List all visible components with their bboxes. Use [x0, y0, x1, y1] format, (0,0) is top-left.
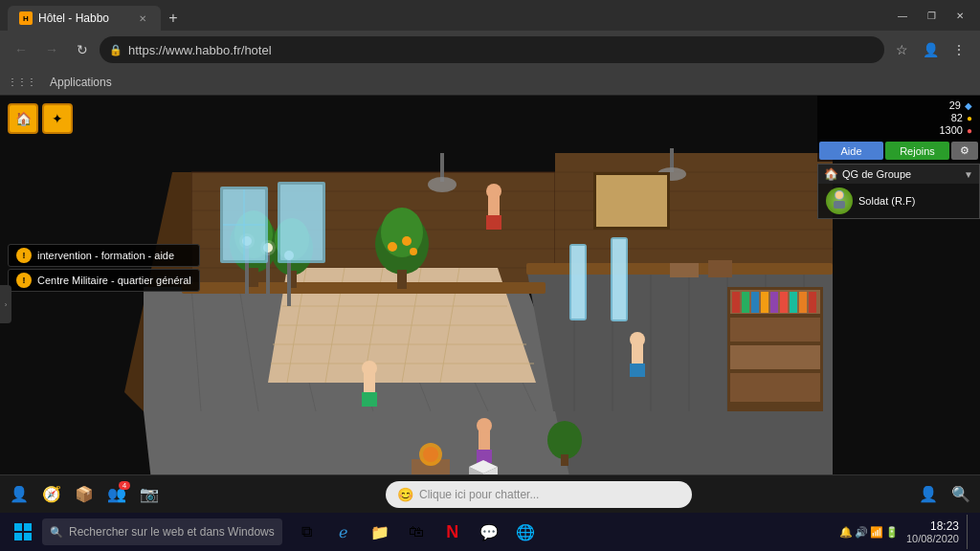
battery-icon[interactable]: 🔋	[885, 526, 899, 539]
room-label-2[interactable]: ! Centre Militaire - quartier général	[8, 269, 200, 292]
room-expand-button[interactable]: ✦	[42, 103, 73, 134]
habbo-icon[interactable]: 👤	[4, 479, 34, 510]
window-controls: — ❐ ✕	[890, 6, 972, 25]
svg-rect-114	[596, 175, 667, 227]
member-avatar	[826, 187, 853, 214]
task-view-icon[interactable]: ⧉	[290, 515, 324, 549]
win-sys-icons: 🔔 🔊 📶 🔋	[839, 526, 899, 539]
edge-icon[interactable]: ℯ	[326, 515, 361, 549]
emoji-button[interactable]: 😊	[397, 487, 413, 502]
svg-rect-121	[14, 523, 22, 531]
room-label-text-1: intervention - formation - aide	[37, 250, 174, 261]
netflix-icon[interactable]: N	[435, 515, 470, 549]
room-controls: 🏠 ✦	[8, 103, 73, 134]
active-tab[interactable]: H Hôtel - Habbo ✕	[8, 6, 161, 31]
discord-icon[interactable]: 💬	[472, 515, 506, 549]
tab-bar: H Hôtel - Habbo ✕ +	[8, 0, 890, 31]
maximize-button[interactable]: ❐	[919, 6, 944, 25]
menu-button[interactable]: ⋮	[946, 36, 972, 63]
game-container: 🏠 ✦ ! intervention - formation - aide ! …	[0, 96, 980, 513]
chrome-icon[interactable]: 🌐	[508, 515, 543, 549]
svg-rect-122	[24, 523, 32, 531]
back-button[interactable]: ←	[8, 36, 34, 63]
profile-button[interactable]: 👤	[917, 36, 944, 63]
settings-button[interactable]: ⚙	[951, 142, 978, 160]
svg-rect-48	[730, 318, 820, 342]
svg-rect-91	[612, 239, 626, 320]
svg-rect-124	[24, 533, 32, 540]
show-desktop-button[interactable]	[967, 515, 972, 549]
habbo-symbol: 👤	[10, 485, 29, 503]
windows-taskbar: 🔍 Rechercher sur le web et dans Windows …	[0, 513, 980, 551]
nav-actions: ☆ 👤 ⋮	[888, 36, 972, 63]
hud-action-buttons: Aide Rejoins ⚙	[817, 140, 980, 162]
chat-input-wrapper[interactable]: 😊 Clique ici pour chatter...	[386, 481, 692, 508]
svg-point-99	[477, 418, 492, 433]
pixel-icon: ●	[967, 125, 972, 136]
svg-rect-94	[486, 215, 501, 230]
camera-icon[interactable]: 📷	[134, 479, 165, 510]
navigator-symbol: 🧭	[42, 485, 61, 503]
pixel-count: 1300	[934, 124, 963, 136]
windows-start-button[interactable]	[8, 517, 38, 547]
svg-rect-89	[571, 246, 585, 319]
rejoin-button[interactable]: Rejoins	[885, 142, 949, 160]
group-icon: 🏠	[824, 167, 838, 181]
svg-point-69	[402, 236, 412, 246]
room-home-button[interactable]: 🏠	[8, 103, 38, 134]
win-clock[interactable]: 18:23 10/08/2020	[906, 519, 959, 544]
volume-icon[interactable]: 🔊	[855, 526, 868, 539]
navigator-icon[interactable]: 🧭	[36, 479, 67, 510]
close-button[interactable]: ✕	[947, 6, 972, 25]
folder-icon[interactable]: 📁	[363, 515, 397, 549]
forward-button[interactable]: →	[38, 36, 65, 63]
avatar-right-icon[interactable]: 👤	[913, 479, 944, 510]
win-date: 10/08/2020	[906, 533, 959, 544]
win-taskbar-apps: ⧉ ℯ 📁 🛍 N 💬 🌐	[290, 515, 543, 549]
applications-bookmark[interactable]: Applications	[44, 74, 118, 91]
svg-rect-87	[280, 185, 323, 260]
svg-point-93	[486, 184, 501, 199]
svg-rect-105	[708, 260, 732, 277]
svg-rect-53	[751, 292, 759, 313]
refresh-button[interactable]: ↻	[69, 36, 96, 63]
svg-point-72	[547, 421, 582, 459]
svg-rect-52	[742, 292, 749, 313]
svg-rect-104	[670, 263, 699, 277]
star-button[interactable]: ☆	[888, 36, 915, 63]
catalog-icon[interactable]: 📦	[69, 479, 100, 510]
coin-count: 82	[934, 112, 963, 123]
title-bar: H Hôtel - Habbo ✕ + — ❐ ✕	[0, 0, 980, 31]
windows-search-bar[interactable]: 🔍 Rechercher sur le web et dans Windows	[42, 518, 282, 545]
store-icon[interactable]: 🛍	[399, 515, 434, 549]
svg-rect-56	[780, 292, 788, 313]
hud-stats: 29 ◆ 82 ● 1300 ●	[817, 96, 980, 140]
diamond-stat-row: 29 ◆	[825, 99, 972, 111]
diamond-icon: ◆	[965, 100, 972, 111]
notification-icon[interactable]: 🔔	[839, 526, 853, 539]
room-label-1[interactable]: ! intervention - formation - aide	[8, 244, 200, 267]
svg-point-102	[630, 332, 645, 347]
tab-close-button[interactable]: ✕	[136, 11, 149, 25]
search-right-icon[interactable]: 🔍	[946, 479, 976, 510]
svg-rect-71	[397, 270, 407, 289]
side-toggle-button[interactable]: ›	[0, 285, 11, 323]
member-name-text: Soldat (R.F)	[858, 195, 915, 207]
group-panel: 🏠 QG de Groupe ▼ Soldat (R.F)	[817, 164, 980, 219]
address-bar[interactable]: 🔒 https://www.habbo.fr/hotel	[100, 36, 884, 63]
new-tab-button[interactable]: +	[161, 6, 186, 31]
expand-icon: ✦	[52, 111, 63, 126]
friends-icon[interactable]: 👥 4	[101, 479, 132, 510]
pixel-stat-row: 1300 ●	[825, 124, 972, 136]
minimize-button[interactable]: —	[890, 6, 915, 25]
svg-rect-119	[834, 201, 845, 209]
network-icon[interactable]: 📶	[870, 526, 883, 539]
aide-button[interactable]: Aide	[819, 142, 883, 160]
search-right-symbol: 🔍	[951, 485, 970, 503]
svg-rect-103	[630, 364, 645, 377]
url-text: https://www.habbo.fr/hotel	[128, 43, 875, 57]
group-dropdown-button[interactable]: ▼	[964, 169, 973, 180]
svg-rect-58	[799, 292, 807, 313]
browser-chrome: H Hôtel - Habbo ✕ + — ❐ ✕ ← → ↻ 🔒 https:…	[0, 0, 980, 96]
nav-bar: ← → ↻ 🔒 https://www.habbo.fr/hotel ☆ 👤 ⋮	[0, 31, 980, 69]
